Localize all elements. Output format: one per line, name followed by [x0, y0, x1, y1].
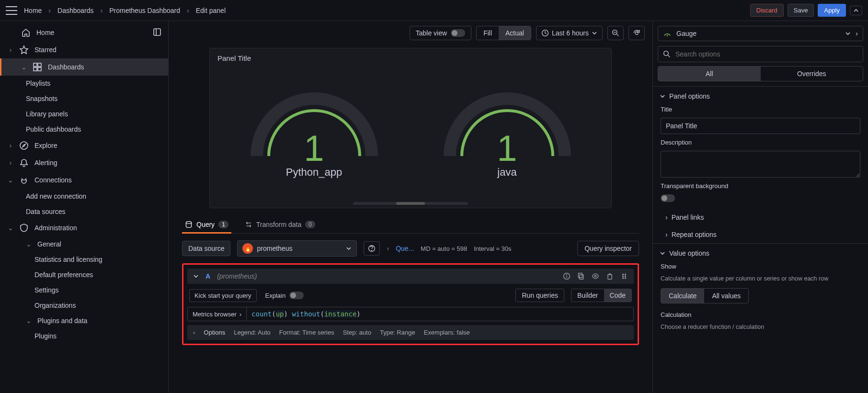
actual-option[interactable]: Actual — [499, 26, 531, 40]
description-input[interactable] — [661, 151, 860, 178]
all-tab[interactable]: All — [658, 67, 761, 81]
sidebar-item-general[interactable]: ⌄ General — [0, 236, 168, 252]
svg-rect-20 — [578, 273, 582, 278]
database-icon — [185, 221, 193, 228]
info-icon[interactable] — [563, 272, 571, 280]
sidebar-item-add-connection[interactable]: Add new connection — [0, 189, 168, 204]
query-options-row[interactable]: › Options Legend: Auto Format: Time seri… — [187, 325, 634, 340]
section-panel-options[interactable]: Panel options — [653, 87, 868, 106]
chevron-right-icon: › — [48, 7, 51, 14]
crumb-dashboard-name[interactable]: Prometheus Dashboard — [109, 7, 180, 14]
query-short-label[interactable]: Que... — [396, 245, 414, 252]
kick-start-button[interactable]: Kick start your query — [189, 289, 257, 302]
apply-button[interactable]: Apply — [818, 4, 846, 17]
sidebar-item-default-prefs[interactable]: Default preferences — [0, 267, 168, 282]
tab-badge: 1 — [218, 221, 228, 228]
svg-point-21 — [594, 275, 596, 277]
section-repeat-options[interactable]: › Repeat options — [653, 226, 868, 243]
all-overrides-toggle: All Overrides — [658, 66, 863, 81]
query-row-header[interactable]: A (prometheus) — [187, 269, 634, 284]
explain-toggle[interactable]: Explain — [265, 292, 304, 299]
table-view-toggle[interactable]: Table view — [410, 26, 471, 40]
query-inspector-button[interactable]: Query inspector — [577, 241, 639, 256]
switch-icon[interactable] — [451, 29, 465, 37]
trash-icon[interactable] — [606, 272, 614, 280]
switch-icon[interactable] — [289, 292, 304, 299]
eye-icon[interactable] — [592, 272, 599, 280]
copy-icon[interactable] — [577, 272, 585, 280]
crumb-home[interactable]: Home — [24, 7, 42, 14]
calculation-label: Calculation — [661, 311, 860, 318]
sidebar-item-alerting[interactable]: › Alerting — [0, 154, 168, 171]
time-range-picker[interactable]: Last 6 hours — [536, 26, 603, 40]
code-option[interactable]: Code — [604, 289, 631, 302]
sidebar-item-connections[interactable]: ⌄ Connections — [0, 171, 168, 189]
dashboards-icon — [33, 62, 42, 72]
format-info: Format: Time series — [279, 329, 334, 336]
sidebar-item-plugins-data[interactable]: ⌄ Plugins and data — [0, 313, 168, 328]
horizontal-scrollbar[interactable] — [353, 202, 468, 205]
collapse-panel-button[interactable] — [850, 6, 862, 15]
save-button[interactable]: Save — [788, 4, 814, 17]
sidebar-item-stats-licensing[interactable]: Statistics and licensing — [0, 252, 168, 267]
transparent-bg-toggle[interactable] — [661, 194, 675, 202]
sidebar-item-label: Explore — [34, 142, 57, 149]
refresh-button[interactable] — [628, 26, 645, 40]
transparent-bg-label: Transparent background — [661, 182, 860, 190]
sidebar-item-dashboards[interactable]: ⌄ Dashboards — [0, 58, 168, 76]
sidebar-item-administration[interactable]: ⌄ Administration — [0, 219, 168, 236]
sidebar-item-library-panels[interactable]: Library panels — [0, 106, 168, 122]
sidebar-item-explore[interactable]: › Explore — [0, 137, 168, 154]
gauge-arc-icon — [435, 84, 579, 161]
tab-transform[interactable]: Transform data 0 — [242, 216, 318, 233]
crumb-dashboards[interactable]: Dashboards — [57, 7, 94, 14]
section-value-options[interactable]: Value options — [653, 244, 868, 263]
sidebar-item-plugins[interactable]: Plugins — [0, 328, 168, 344]
sidebar-item-data-sources[interactable]: Data sources — [0, 204, 168, 219]
dock-icon[interactable] — [153, 28, 161, 38]
menu-icon[interactable] — [6, 6, 17, 15]
discard-button[interactable]: Discard — [750, 4, 784, 17]
overrides-tab[interactable]: Overrides — [761, 67, 863, 81]
sidebar-item-label: Default preferences — [34, 271, 93, 279]
sidebar-item-organizations[interactable]: Organizations — [0, 298, 168, 313]
svg-point-26 — [623, 278, 624, 279]
sidebar-item-label: Organizations — [34, 302, 76, 309]
gauge-java: 1 java — [426, 84, 589, 179]
tab-query[interactable]: Query 1 — [182, 216, 231, 233]
sidebar-item-label: Add new connection — [26, 192, 86, 200]
metrics-browser-button[interactable]: Metrics browser › — [187, 307, 247, 321]
sidebar-item-playlists[interactable]: Playlists — [0, 76, 168, 91]
svg-marker-8 — [23, 144, 25, 147]
query-code-editor[interactable]: count(up) without(instance) — [247, 307, 634, 321]
drag-handle-icon[interactable] — [620, 272, 628, 280]
chevron-right-icon[interactable]: › — [856, 30, 858, 37]
zoom-out-button[interactable] — [607, 26, 624, 40]
description-field-label: Description — [661, 139, 860, 146]
calculate-option[interactable]: Calculate — [661, 289, 704, 303]
query-tabs: Query 1 Transform data 0 — [182, 208, 639, 234]
sidebar-item-snapshots[interactable]: Snapshots — [0, 91, 168, 106]
search-options[interactable] — [658, 46, 863, 62]
query-editor-highlighted: A (prometheus) Kick start your query — [182, 263, 639, 345]
datasource-help-button[interactable] — [364, 241, 380, 256]
all-values-option[interactable]: All values — [704, 289, 748, 303]
gauge-arc-icon — [242, 84, 386, 161]
top-actions: Discard Save Apply — [750, 4, 862, 17]
run-queries-button[interactable]: Run queries — [515, 289, 564, 302]
sidebar-item-home[interactable]: Home — [0, 24, 168, 41]
search-options-input[interactable] — [675, 50, 858, 58]
sidebar-item-starred[interactable]: › Starred — [0, 41, 168, 58]
sidebar-item-settings[interactable]: Settings — [0, 282, 168, 298]
title-input[interactable] — [661, 118, 860, 134]
builder-option[interactable]: Builder — [571, 289, 604, 302]
gauge-label: Python_app — [286, 166, 342, 179]
chevron-down-icon: ⌄ — [8, 176, 13, 184]
datasource-select[interactable]: 🔥 prometheus — [237, 240, 357, 257]
fill-option[interactable]: Fill — [477, 26, 499, 40]
svg-line-30 — [668, 55, 670, 57]
section-panel-links[interactable]: › Panel links — [653, 209, 868, 226]
visualization-picker[interactable]: Gauge › — [658, 26, 863, 41]
sidebar-item-public-dashboards[interactable]: Public dashboards — [0, 122, 168, 137]
chevron-right-icon: › — [101, 7, 103, 14]
